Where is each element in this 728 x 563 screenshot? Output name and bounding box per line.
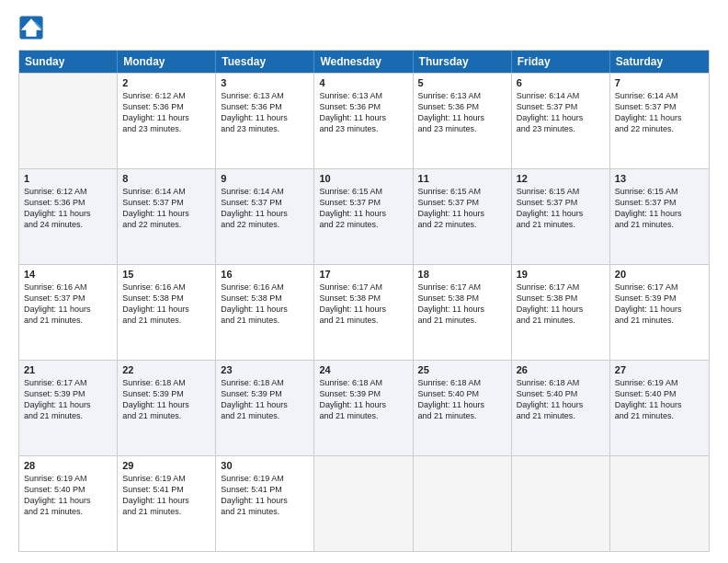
day-number: 1 [24,173,112,184]
cal-cell-26: 26Sunrise: 6:18 AM Sunset: 5:40 PM Dayli… [512,361,610,455]
day-info: Sunrise: 6:17 AM Sunset: 5:39 PM Dayligh… [615,282,704,327]
cal-cell-28: 28Sunrise: 6:19 AM Sunset: 5:40 PM Dayli… [19,456,118,551]
cal-cell-12: 12Sunrise: 6:15 AM Sunset: 5:37 PM Dayli… [512,169,610,264]
day-number: 11 [418,173,506,184]
day-number: 9 [221,173,309,184]
cal-cell-4: 4Sunrise: 6:13 AM Sunset: 5:36 PM Daylig… [314,74,413,168]
day-info: Sunrise: 6:13 AM Sunset: 5:36 PM Dayligh… [418,90,506,135]
day-info: Sunrise: 6:15 AM Sunset: 5:37 PM Dayligh… [615,186,704,231]
day-number: 7 [615,77,704,88]
day-number: 3 [221,77,309,88]
cal-cell-3: 3Sunrise: 6:13 AM Sunset: 5:36 PM Daylig… [216,74,314,168]
day-info: Sunrise: 6:19 AM Sunset: 5:41 PM Dayligh… [221,473,309,518]
calendar-row-2: 14Sunrise: 6:16 AM Sunset: 5:37 PM Dayli… [19,264,709,360]
day-number: 17 [319,269,407,280]
cal-cell-8: 8Sunrise: 6:14 AM Sunset: 5:37 PM Daylig… [118,169,216,264]
day-number: 25 [418,364,506,375]
cal-cell-27: 27Sunrise: 6:19 AM Sunset: 5:40 PM Dayli… [610,361,709,455]
day-header-monday: Monday [118,51,216,73]
day-info: Sunrise: 6:14 AM Sunset: 5:37 PM Dayligh… [221,186,309,231]
day-number: 26 [517,364,605,375]
day-info: Sunrise: 6:15 AM Sunset: 5:37 PM Dayligh… [418,186,506,231]
calendar-row-0: 2Sunrise: 6:12 AM Sunset: 5:36 PM Daylig… [19,73,709,168]
day-info: Sunrise: 6:17 AM Sunset: 5:39 PM Dayligh… [24,377,112,422]
day-info: Sunrise: 6:18 AM Sunset: 5:39 PM Dayligh… [122,377,210,422]
day-info: Sunrise: 6:19 AM Sunset: 5:41 PM Dayligh… [122,473,210,518]
cal-cell-1: 1Sunrise: 6:12 AM Sunset: 5:36 PM Daylig… [19,169,118,264]
cal-cell-empty [19,74,118,168]
day-header-tuesday: Tuesday [216,51,314,73]
day-info: Sunrise: 6:16 AM Sunset: 5:37 PM Dayligh… [24,282,112,327]
day-number: 5 [418,77,506,88]
day-number: 19 [517,269,605,280]
page: SundayMondayTuesdayWednesdayThursdayFrid… [0,0,728,563]
cal-cell-empty [610,456,709,551]
day-header-wednesday: Wednesday [314,51,413,73]
day-info: Sunrise: 6:15 AM Sunset: 5:37 PM Dayligh… [319,186,407,231]
cal-cell-16: 16Sunrise: 6:16 AM Sunset: 5:38 PM Dayli… [216,265,314,360]
day-info: Sunrise: 6:17 AM Sunset: 5:38 PM Dayligh… [319,282,407,327]
day-info: Sunrise: 6:15 AM Sunset: 5:37 PM Dayligh… [517,186,605,231]
day-info: Sunrise: 6:14 AM Sunset: 5:37 PM Dayligh… [517,90,605,135]
cal-cell-13: 13Sunrise: 6:15 AM Sunset: 5:37 PM Dayli… [610,169,709,264]
day-number: 12 [517,173,605,184]
day-number: 6 [517,77,605,88]
cal-cell-6: 6Sunrise: 6:14 AM Sunset: 5:37 PM Daylig… [512,74,610,168]
day-info: Sunrise: 6:12 AM Sunset: 5:36 PM Dayligh… [24,186,112,231]
cal-cell-10: 10Sunrise: 6:15 AM Sunset: 5:37 PM Dayli… [314,169,413,264]
cal-cell-15: 15Sunrise: 6:16 AM Sunset: 5:38 PM Dayli… [118,265,216,360]
day-number: 20 [615,269,704,280]
calendar-body: 2Sunrise: 6:12 AM Sunset: 5:36 PM Daylig… [19,73,709,551]
day-number: 22 [122,364,210,375]
cal-cell-empty [512,456,610,551]
cal-cell-14: 14Sunrise: 6:16 AM Sunset: 5:37 PM Dayli… [19,265,118,360]
cal-cell-9: 9Sunrise: 6:14 AM Sunset: 5:37 PM Daylig… [216,169,314,264]
cal-cell-22: 22Sunrise: 6:18 AM Sunset: 5:39 PM Dayli… [118,361,216,455]
day-info: Sunrise: 6:19 AM Sunset: 5:40 PM Dayligh… [615,377,704,422]
calendar-header: SundayMondayTuesdayWednesdayThursdayFrid… [19,51,709,73]
cal-cell-7: 7Sunrise: 6:14 AM Sunset: 5:37 PM Daylig… [610,74,709,168]
cal-cell-25: 25Sunrise: 6:18 AM Sunset: 5:40 PM Dayli… [414,361,512,455]
calendar-row-1: 1Sunrise: 6:12 AM Sunset: 5:36 PM Daylig… [19,168,709,264]
day-number: 8 [122,173,210,184]
cal-cell-29: 29Sunrise: 6:19 AM Sunset: 5:41 PM Dayli… [118,456,216,551]
logo [18,15,46,40]
cal-cell-21: 21Sunrise: 6:17 AM Sunset: 5:39 PM Dayli… [19,361,118,455]
calendar-row-3: 21Sunrise: 6:17 AM Sunset: 5:39 PM Dayli… [19,360,709,455]
day-number: 28 [24,460,112,471]
day-info: Sunrise: 6:16 AM Sunset: 5:38 PM Dayligh… [122,282,210,327]
cal-cell-24: 24Sunrise: 6:18 AM Sunset: 5:39 PM Dayli… [314,361,413,455]
day-number: 16 [221,269,309,280]
day-number: 15 [122,269,210,280]
day-info: Sunrise: 6:17 AM Sunset: 5:38 PM Dayligh… [418,282,506,327]
cal-cell-17: 17Sunrise: 6:17 AM Sunset: 5:38 PM Dayli… [314,265,413,360]
day-number: 18 [418,269,506,280]
day-number: 29 [122,460,210,471]
cal-cell-18: 18Sunrise: 6:17 AM Sunset: 5:38 PM Dayli… [414,265,512,360]
cal-cell-5: 5Sunrise: 6:13 AM Sunset: 5:36 PM Daylig… [414,74,512,168]
day-info: Sunrise: 6:13 AM Sunset: 5:36 PM Dayligh… [221,90,309,135]
calendar: SundayMondayTuesdayWednesdayThursdayFrid… [18,50,710,552]
day-info: Sunrise: 6:16 AM Sunset: 5:38 PM Dayligh… [221,282,309,327]
cal-cell-2: 2Sunrise: 6:12 AM Sunset: 5:36 PM Daylig… [118,74,216,168]
day-info: Sunrise: 6:13 AM Sunset: 5:36 PM Dayligh… [319,90,407,135]
day-number: 24 [319,364,407,375]
day-number: 2 [122,77,210,88]
day-number: 4 [319,77,407,88]
day-number: 23 [221,364,309,375]
day-number: 13 [615,173,704,184]
cal-cell-empty [314,456,413,551]
day-info: Sunrise: 6:17 AM Sunset: 5:38 PM Dayligh… [517,282,605,327]
day-number: 14 [24,269,112,280]
logo-icon [18,15,44,40]
day-info: Sunrise: 6:14 AM Sunset: 5:37 PM Dayligh… [122,186,210,231]
day-info: Sunrise: 6:14 AM Sunset: 5:37 PM Dayligh… [615,90,704,135]
day-number: 21 [24,364,112,375]
cal-cell-30: 30Sunrise: 6:19 AM Sunset: 5:41 PM Dayli… [216,456,314,551]
day-info: Sunrise: 6:18 AM Sunset: 5:40 PM Dayligh… [418,377,506,422]
day-header-thursday: Thursday [414,51,512,73]
day-info: Sunrise: 6:18 AM Sunset: 5:40 PM Dayligh… [517,377,605,422]
header [18,15,710,40]
day-info: Sunrise: 6:12 AM Sunset: 5:36 PM Dayligh… [122,90,210,135]
day-number: 30 [221,460,309,471]
